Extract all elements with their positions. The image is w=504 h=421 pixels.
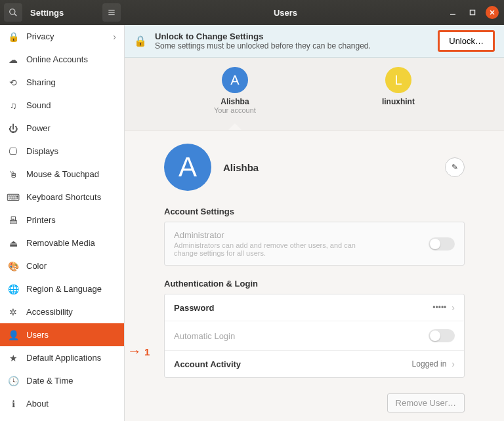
administrator-desc: Administrators can add and remove other … <box>174 241 371 257</box>
user-tabs: AAlishbaYour accountLlinuxhint <box>125 58 504 130</box>
sidebar-item-printers[interactable]: 🖶Printers <box>0 209 124 231</box>
sidebar-icon: ♫ <box>8 100 18 111</box>
account-activity-label: Account Activity <box>174 359 241 369</box>
account-activity-value: Logged in <box>412 359 447 369</box>
password-row[interactable]: Password ••••• › <box>165 294 464 321</box>
chevron-right-icon: › <box>452 302 455 313</box>
sidebar-item-label: Sound <box>26 100 51 110</box>
sidebar-icon: ⏏ <box>8 238 18 249</box>
auth-card: Password ••••• › Automatic Login Account… <box>164 294 465 378</box>
sidebar-item-label: Privacy <box>26 31 54 41</box>
sidebar-item-label: Date & Time <box>26 376 74 386</box>
main-panel: 🔒 Unlock to Change Settings Some setting… <box>125 25 504 421</box>
sidebar-icon: ℹ <box>8 399 18 409</box>
sidebar-item-label: Mouse & Touchpad <box>26 169 99 179</box>
account-settings-heading: Account Settings <box>164 207 465 216</box>
sidebar-item-label: Online Accounts <box>26 54 88 64</box>
sidebar-icon: ☁ <box>8 54 18 65</box>
lock-icon: 🔒 <box>134 35 147 47</box>
sidebar-item-label: Printers <box>26 215 56 225</box>
hamburger-icon <box>107 8 116 17</box>
sidebar-item-mouse-touchpad[interactable]: 🖱Mouse & Touchpad <box>0 163 124 186</box>
profile-name: Alishba <box>223 162 259 173</box>
minimize-button[interactable] <box>446 6 459 19</box>
svg-line-1 <box>14 14 17 16</box>
sidebar-item-displays[interactable]: 🖵Displays <box>0 140 124 163</box>
avatar: A <box>222 67 248 93</box>
password-label: Password <box>174 303 214 313</box>
sidebar-icon: ✲ <box>8 307 18 317</box>
annotation-arrow-1: → 1 <box>127 343 150 360</box>
unlock-button[interactable]: Unlock… <box>438 30 495 52</box>
sidebar-item-sharing[interactable]: ⟲Sharing <box>0 71 124 94</box>
sidebar-item-label: Power <box>26 123 51 133</box>
sidebar-item-keyboard-shortcuts[interactable]: ⌨Keyboard Shortcuts <box>0 186 124 209</box>
sidebar-item-privacy[interactable]: 🔒Privacy› <box>0 25 124 48</box>
chevron-right-icon: › <box>113 31 116 42</box>
titlebar: Settings Users <box>0 0 504 25</box>
profile-header: A Alishba ✎ <box>164 144 465 191</box>
sidebar-item-label: Displays <box>26 146 58 156</box>
minimize-icon <box>450 9 456 16</box>
sidebar-icon: ⟲ <box>8 77 18 88</box>
sidebar-icon: 🎨 <box>8 261 18 271</box>
sidebar-icon: 🖱 <box>8 169 18 180</box>
chevron-right-icon: › <box>452 359 455 369</box>
sidebar-icon: 🖶 <box>8 215 18 226</box>
sidebar-item-removable-media[interactable]: ⏏Removable Media <box>0 231 124 254</box>
sidebar-item-label: Users <box>26 330 49 340</box>
sidebar-item-label: Accessibility <box>26 307 73 317</box>
sidebar-item-region-language[interactable]: 🌐Region & Language <box>0 277 124 300</box>
user-tab-alishba[interactable]: AAlishbaYour account <box>214 67 256 114</box>
sidebar-item-label: Keyboard Shortcuts <box>26 192 101 202</box>
sidebar-item-label: Color <box>26 261 47 271</box>
profile-avatar: A <box>164 144 211 191</box>
svg-rect-6 <box>471 10 475 15</box>
maximize-button[interactable] <box>466 6 479 19</box>
search-icon <box>9 8 18 17</box>
sidebar-icon: 🖵 <box>8 146 18 157</box>
pencil-icon: ✎ <box>452 163 458 172</box>
sidebar-item-label: Sharing <box>26 77 56 87</box>
sidebar-item-power[interactable]: ⏻Power <box>0 117 124 140</box>
sidebar-item-label: Default Applications <box>26 353 101 363</box>
page-title: Users <box>125 8 446 18</box>
avatar: L <box>385 67 411 93</box>
automatic-login-row: Automatic Login <box>165 321 464 351</box>
password-value: ••••• <box>432 303 446 312</box>
administrator-row: Administrator Administrators can add and… <box>165 222 464 265</box>
unlock-title: Unlock to Change Settings <box>155 31 263 41</box>
sidebar-item-sound[interactable]: ♫Sound <box>0 94 124 117</box>
sidebar-icon: ⌨ <box>8 192 18 203</box>
sidebar-item-date-time[interactable]: 🕓Date & Time <box>0 369 124 392</box>
sidebar-item-accessibility[interactable]: ✲Accessibility <box>0 300 124 323</box>
account-settings-card: Administrator Administrators can add and… <box>164 222 465 266</box>
sidebar-icon: 🔒 <box>8 31 18 42</box>
menu-button[interactable] <box>102 3 121 22</box>
user-tab-linuxhint[interactable]: Llinuxhint <box>382 67 415 114</box>
sidebar-item-color[interactable]: 🎨Color <box>0 254 124 277</box>
unlock-bar: 🔒 Unlock to Change Settings Some setting… <box>125 25 504 58</box>
maximize-icon <box>469 9 476 16</box>
sidebar-item-label: About <box>26 399 49 409</box>
user-tab-desc: Your account <box>214 106 256 114</box>
sidebar-item-online-accounts[interactable]: ☁Online Accounts <box>0 48 124 71</box>
svg-point-0 <box>10 9 15 14</box>
auth-heading: Authentication & Login <box>164 279 465 289</box>
sidebar-item-default-applications[interactable]: ★Default Applications <box>0 346 124 369</box>
edit-name-button[interactable]: ✎ <box>445 157 465 177</box>
search-button[interactable] <box>4 3 22 22</box>
administrator-label: Administrator <box>174 230 371 240</box>
account-activity-row[interactable]: Account Activity Logged in › <box>165 351 464 377</box>
unlock-subtitle: Some settings must be unlocked before th… <box>155 41 371 50</box>
automatic-login-label: Automatic Login <box>174 331 235 341</box>
sidebar-icon: ⏻ <box>8 123 18 134</box>
sidebar-item-about[interactable]: ℹAbout <box>0 392 124 415</box>
remove-user-button: Remove User… <box>387 393 465 412</box>
sidebar-icon: 👤 <box>8 330 18 340</box>
administrator-toggle <box>429 237 455 251</box>
sidebar-icon: ★ <box>8 353 18 363</box>
sidebar-item-users[interactable]: 👤Users <box>0 323 124 346</box>
close-button[interactable] <box>486 6 499 19</box>
automatic-login-toggle <box>429 329 455 342</box>
